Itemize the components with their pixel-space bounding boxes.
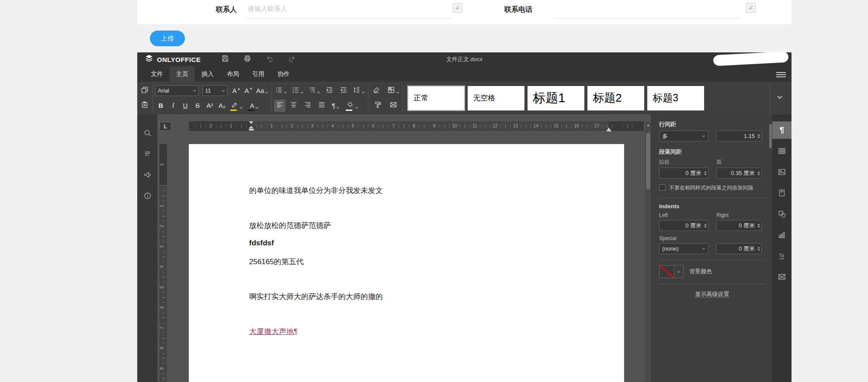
document-paragraph[interactable]: 放松放松的范德萨范德萨 <box>249 220 590 231</box>
expand-toolbar-button[interactable] <box>770 83 789 113</box>
contact-edit-button[interactable] <box>453 3 462 13</box>
feedback-icon[interactable] <box>142 170 153 179</box>
chevron-down-icon[interactable] <box>674 265 683 278</box>
paragraph-settings-icon[interactable]: ¶ <box>772 121 792 139</box>
line-spacing-amount-spinner[interactable]: 1.15 <box>716 131 762 141</box>
increment-font-button[interactable]: A▲ <box>231 84 242 96</box>
dont-add-interval-checkbox[interactable] <box>659 184 666 191</box>
line-spacing-select[interactable]: 多 <box>659 131 708 141</box>
numbering-button[interactable]: 123 <box>291 84 305 96</box>
document-paragraph[interactable]: 的单位的味道我单位分为非分我发未发文 <box>249 186 590 196</box>
multilevel-list-button[interactable] <box>307 84 321 96</box>
style-tile-正常[interactable]: 正常 <box>408 86 465 110</box>
background-color-picker[interactable] <box>659 265 684 278</box>
bullets-button[interactable] <box>274 84 288 96</box>
clear-style-button[interactable] <box>371 84 382 96</box>
tab-主页[interactable]: 主页 <box>170 66 195 82</box>
align-right-icon <box>304 101 312 110</box>
change-case-button[interactable]: Aa <box>255 84 269 96</box>
paste-button[interactable] <box>139 100 150 112</box>
tab-协作[interactable]: 协作 <box>271 66 296 82</box>
chevron-down-icon <box>193 87 196 94</box>
about-icon[interactable] <box>142 191 153 200</box>
panel-scrollbar-thumb[interactable] <box>769 124 772 148</box>
font-size-combo[interactable]: 11 <box>202 85 228 96</box>
strikeout-button[interactable]: S <box>192 100 203 112</box>
image-settings-icon[interactable] <box>772 163 792 181</box>
document-title: 文件正文.docx <box>446 52 483 66</box>
line-spacing-label: 行间距 <box>659 120 765 128</box>
checkbox-label: 不要在相同样式的段落之间添加间隔 <box>669 184 765 192</box>
contact-input[interactable]: 请输入联系人 <box>246 0 450 18</box>
right-indent-marker[interactable] <box>606 127 611 131</box>
font-name-combo[interactable]: Arial <box>155 85 199 96</box>
document-hyperlink-paragraph[interactable]: 大厦撒大声地¶ <box>249 327 590 337</box>
highlight-color-button[interactable] <box>229 100 245 112</box>
style-tile-标题2[interactable]: 标题2 <box>587 86 644 110</box>
indent-left-spinner[interactable]: 0 厘米 <box>659 220 708 231</box>
ruler-number: 11 <box>472 124 477 128</box>
indent-marker[interactable] <box>249 121 254 131</box>
tab-插入[interactable]: 插入 <box>195 66 220 82</box>
header-footer-settings-icon[interactable] <box>772 184 792 202</box>
style-tile-标题1[interactable]: 标题1 <box>528 86 584 110</box>
chart-settings-icon[interactable] <box>772 226 792 244</box>
style-tile-无空格[interactable]: 无空格 <box>468 86 524 110</box>
shape-settings-icon[interactable] <box>772 205 792 223</box>
special-amount-spinner[interactable]: 0 厘米 <box>716 243 762 254</box>
underline-button[interactable]: U <box>180 100 191 112</box>
save-button[interactable] <box>220 54 230 65</box>
document-paragraph[interactable]: fdsfdsf <box>249 239 590 248</box>
justify-button[interactable] <box>316 100 327 112</box>
copy-style-button[interactable] <box>372 100 383 112</box>
line-spacing-button[interactable] <box>352 84 366 96</box>
tab-引用[interactable]: 引用 <box>246 66 271 82</box>
mail-merge-icon[interactable] <box>772 268 792 286</box>
shading-button[interactable] <box>344 100 361 112</box>
document-paragraph[interactable]: 啊实打实大师大的萨达杀手的大师的撒的 <box>249 292 590 302</box>
bold-button[interactable]: B <box>155 100 167 112</box>
scroll-up-arrow[interactable]: ▲ <box>645 121 651 128</box>
phone-input[interactable] <box>555 0 741 18</box>
redo-button[interactable] <box>287 54 297 65</box>
increase-indent-button[interactable] <box>338 84 349 96</box>
copy-button[interactable] <box>139 84 150 96</box>
align-center-button[interactable] <box>288 100 299 112</box>
superscript-button[interactable]: A² <box>204 100 215 112</box>
decrease-indent-button[interactable] <box>324 84 335 96</box>
scrollbar-thumb[interactable] <box>646 133 650 189</box>
indent-right-spinner[interactable]: 0 厘米 <box>716 220 762 231</box>
headings-icon[interactable] <box>142 149 153 158</box>
horizontal-ruler[interactable]: 121234567891011121314151617 <box>189 121 644 131</box>
spacing-before-spinner[interactable]: 0 厘米 <box>659 168 708 179</box>
print-button[interactable] <box>242 54 253 65</box>
align-right-button[interactable] <box>302 100 313 112</box>
spacing-after-spinner[interactable]: 0.35 厘米 <box>716 168 762 179</box>
vertical-ruler[interactable]: 1123456789 <box>160 144 167 382</box>
paragraph-borders-button[interactable] <box>386 84 400 96</box>
text-art-settings-icon[interactable]: Ta <box>772 247 792 265</box>
document-scrollbar[interactable]: ▲ <box>645 121 651 382</box>
phone-edit-button[interactable] <box>746 3 756 13</box>
mail-merge-button[interactable] <box>388 100 399 112</box>
hamburger-menu-icon[interactable] <box>776 71 786 79</box>
subscript-button[interactable]: A₂ <box>216 100 228 112</box>
table-settings-icon[interactable] <box>772 142 792 160</box>
document-paragraph[interactable]: 256165的第五代 <box>249 257 590 267</box>
decrement-font-button[interactable]: A▼ <box>243 84 254 96</box>
tab-stop-selector[interactable]: L <box>160 122 171 131</box>
nonprinting-characters-button[interactable]: ¶ <box>330 100 341 112</box>
search-icon[interactable] <box>142 128 153 138</box>
font-color-button[interactable]: A <box>246 100 263 112</box>
show-advanced-settings-link[interactable]: 显示高级设置 <box>695 291 729 298</box>
tab-布局[interactable]: 布局 <box>220 66 246 82</box>
tab-文件[interactable]: 文件 <box>144 66 170 82</box>
italic-button[interactable]: I <box>167 100 179 112</box>
upload-button[interactable]: 上传 <box>150 31 185 46</box>
decrease-indent-icon <box>326 86 333 95</box>
style-tile-标题3[interactable]: 标题3 <box>647 86 704 110</box>
document-page[interactable]: 的单位的味道我单位分为非分我发未发文放松放松的范德萨范德萨fdsfdsf2561… <box>189 144 624 382</box>
align-left-button[interactable] <box>274 100 285 112</box>
undo-button[interactable] <box>264 54 275 65</box>
special-select[interactable]: (none) <box>659 243 708 254</box>
